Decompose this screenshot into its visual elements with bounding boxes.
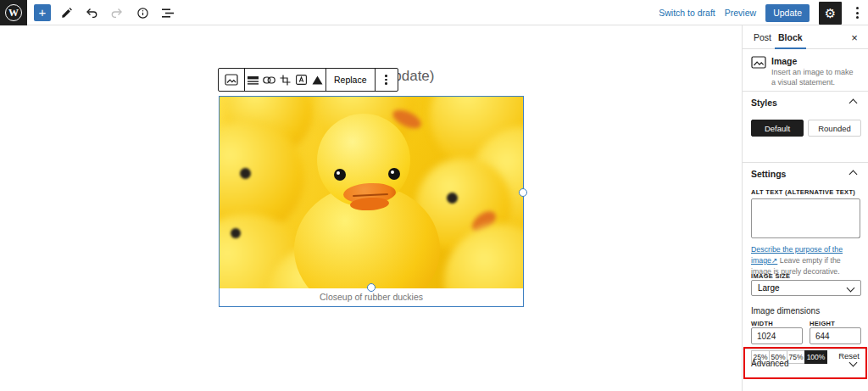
block-card: Image Insert an image to make a visual s… — [743, 49, 868, 92]
height-label: HEIGHT — [810, 320, 835, 327]
block-card-description: Insert an image to make a visual stateme… — [771, 67, 860, 87]
width-input[interactable] — [751, 327, 803, 344]
image-size-value: Large — [758, 283, 780, 293]
chevron-down-icon — [849, 359, 858, 367]
gear-icon: ⚙ — [825, 6, 836, 20]
chevron-up-icon — [849, 170, 858, 179]
resize-handle-bottom[interactable] — [367, 283, 376, 292]
block-card-title: Image — [771, 56, 797, 66]
settings-toggle-button[interactable]: ⚙ — [819, 2, 842, 25]
height-input[interactable] — [810, 327, 861, 344]
settings-panel-toggle[interactable]: Settings — [743, 163, 868, 185]
details-button[interactable] — [132, 3, 153, 23]
settings-panel-title: Settings — [751, 169, 786, 179]
top-bar-left-tools: + — [34, 0, 178, 25]
switch-to-draft-link[interactable]: Switch to draft — [659, 8, 715, 18]
wordpress-w-icon: W — [5, 4, 22, 21]
crop-button[interactable] — [277, 69, 293, 91]
sidebar-tabs: Post Block × — [743, 25, 868, 49]
style-default-button[interactable]: Default — [751, 120, 804, 137]
redo-button[interactable] — [107, 3, 127, 23]
list-view-button[interactable] — [158, 3, 178, 23]
chevron-up-icon — [849, 99, 858, 108]
settings-sidebar: Post Block × Image Insert an image to ma… — [742, 25, 868, 391]
rubber-duckies-image[interactable] — [220, 97, 523, 288]
tab-block[interactable]: Block — [778, 25, 803, 49]
update-button[interactable]: Update — [765, 4, 810, 22]
editor-canvas: Update) — [0, 25, 742, 391]
align-icon — [248, 75, 259, 85]
close-sidebar-button[interactable]: × — [847, 30, 862, 45]
tab-post[interactable]: Post — [754, 25, 771, 49]
editor-top-bar: W + — [0, 0, 868, 25]
image-block-icon — [751, 56, 766, 69]
undo-arrow-icon — [85, 7, 98, 19]
styles-panel-title: Styles — [751, 98, 777, 108]
replace-button[interactable]: Replace — [326, 69, 375, 91]
more-options-button[interactable] — [851, 2, 863, 24]
text-overlay-icon — [296, 75, 307, 85]
top-bar-right-actions: Switch to draft Preview Update ⚙ — [659, 0, 863, 25]
info-icon — [136, 7, 149, 20]
style-rounded-button[interactable]: Rounded — [808, 120, 861, 137]
block-inserter-button[interactable]: + — [34, 4, 51, 21]
align-button[interactable] — [245, 69, 261, 91]
preview-link[interactable]: Preview — [725, 8, 756, 18]
link-button[interactable] — [261, 69, 277, 91]
width-label: WIDTH — [751, 320, 773, 327]
wordpress-logo[interactable]: W — [0, 0, 27, 25]
external-link-icon[interactable]: ↗ — [771, 256, 777, 265]
image-block-toolbar: Replace — [218, 68, 398, 92]
image-block: Closeup of rubber duckies — [219, 96, 524, 307]
kebab-menu-icon — [856, 7, 859, 9]
settings-panel: Settings ALT TEXT (ALTERNATIVE TEXT) Des… — [743, 163, 868, 368]
image-dimensions-label: Image dimensions — [751, 306, 820, 316]
resize-handle-right[interactable] — [519, 188, 527, 197]
block-type-button[interactable] — [219, 69, 244, 91]
plus-icon: + — [39, 5, 47, 20]
duotone-filter-button[interactable] — [309, 69, 326, 91]
image-size-label: IMAGE SIZE — [751, 272, 790, 280]
alt-text-label: ALT TEXT (ALTERNATIVE TEXT) — [751, 188, 855, 196]
list-view-icon — [161, 8, 175, 19]
block-options-button[interactable] — [376, 69, 398, 91]
advanced-panel-toggle[interactable]: Advanced — [743, 349, 868, 378]
image-size-select[interactable]: Large — [751, 280, 861, 296]
link-icon — [263, 76, 275, 84]
advanced-panel: Advanced — [743, 349, 868, 382]
pencil-icon — [60, 7, 73, 20]
duotone-triangle-icon — [312, 75, 323, 85]
tools-button[interactable] — [56, 3, 76, 23]
undo-button[interactable] — [81, 3, 102, 23]
image-block-icon — [225, 74, 238, 86]
redo-arrow-icon — [110, 7, 124, 19]
styles-panel-toggle[interactable]: Styles — [743, 92, 868, 114]
chevron-down-icon — [847, 284, 855, 293]
advanced-panel-title: Advanced — [751, 359, 788, 368]
close-icon: × — [851, 31, 858, 44]
crop-icon — [280, 75, 291, 86]
styles-panel: Styles Default Rounded — [743, 92, 868, 163]
alt-text-input[interactable] — [751, 198, 860, 238]
kebab-menu-icon — [385, 75, 387, 77]
text-overlay-button[interactable] — [293, 69, 309, 91]
